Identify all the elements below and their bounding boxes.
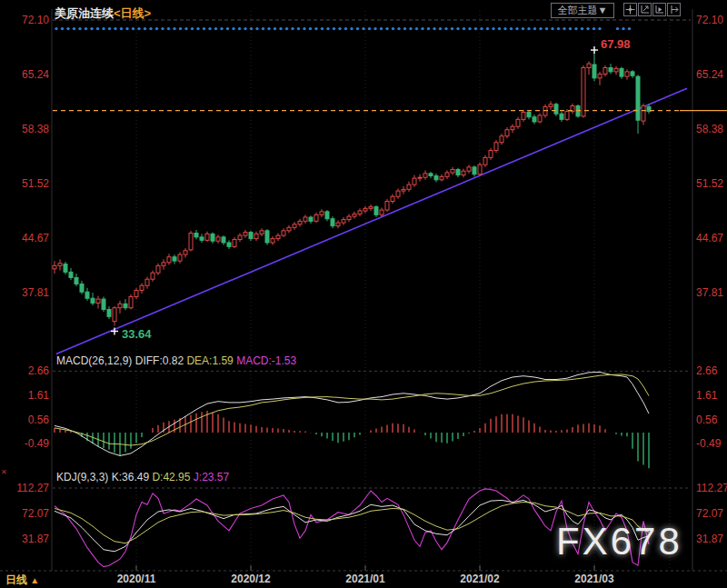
kdj-axis-label-right: 31.87 [696,533,723,545]
kdj-axis-label-right: 112.27 [696,482,727,494]
kdj-axis-label-left: 112.27 [5,482,49,494]
kdj-axis-label-right: 72.07 [696,507,723,520]
period-label: 日线 [5,573,27,586]
axes-play-button[interactable] [652,3,666,16]
macd-params: MACD(26,12,9) [56,354,132,367]
fx678-watermark: FX678 [556,520,682,563]
price-axis-label-right: 58.38 [696,123,723,135]
date-axis-label: 2021/03 [565,573,623,585]
kdj-d-readout: D:42.95 [152,471,190,483]
axis-shift-icon [669,5,679,15]
macd-axis-label-left: 0.56 [5,414,49,426]
theme-selector-button[interactable]: 全部主题▼ [551,3,614,18]
period-tag: <日线> [114,6,151,20]
price-axis-label-right: 37.81 [696,286,723,299]
macd-diff-readout: DIFF:0.82 [135,354,184,367]
price-axis-label-left: 44.67 [5,232,49,244]
date-axis-label: 2021/02 [451,573,509,585]
period-selector[interactable]: 日线 ▲ [5,573,39,588]
price-axis-label-left: 37.81 [5,286,49,299]
price-axis-label-left: 72.10 [5,14,49,26]
price-axis-label-left: 58.38 [5,123,49,135]
price-axis-label-right: 44.67 [696,232,723,244]
price-axis-label-right: 65.24 [696,68,723,81]
macd-axis-label-left: 1.61 [5,389,49,402]
instrument-name: 美原油连续 [55,6,114,20]
zoom-axes-button[interactable] [638,3,652,16]
price-axis-label-left: 51.52 [5,177,49,190]
date-axis-label: 2020/11 [107,573,165,585]
low-annotation: 33.64 [122,327,152,341]
pane-edge-marker: ✕ [1,468,7,476]
kdj-k-readout: K:36.49 [112,471,149,483]
macd-axis-label-right: 1.61 [696,389,717,402]
chart-title: 美原油连续<日线> [55,5,151,22]
macd-axis-label-left: -0.49 [5,437,49,450]
kdj-params: KDJ(9,3,3) [56,471,108,483]
date-axis-label: 2021/01 [336,573,394,585]
chart-canvas[interactable] [0,0,727,588]
kdj-axis-label-left: 72.07 [5,507,49,520]
macd-axis-label-right: 2.66 [696,364,717,377]
macd-axis-label-right: 0.56 [696,414,717,426]
kdj-header: KDJ(9,3,3) K:36.49 D:42.95 J:23.57 [56,471,229,483]
crosshair-tool-button[interactable] [623,3,637,16]
macd-header: MACD(26,12,9) DIFF:0.82 DEA:1.59 MACD:-1… [56,354,296,367]
period-up-arrow: ▲ [30,575,39,585]
axes-zoom-icon [640,5,650,15]
price-axis-label-right: 72.10 [696,14,723,26]
price-axis-label-right: 51.52 [696,177,723,190]
axes-play-icon [654,5,664,15]
macd-axis-label-left: 2.66 [5,364,49,377]
price-axis-label-left: 65.24 [5,68,49,81]
macd-hist-readout: MACD:-1.53 [236,354,296,367]
shift-axis-button[interactable] [667,3,681,16]
macd-axis-label-right: -0.49 [696,437,721,450]
date-axis-label: 2020/12 [222,573,280,585]
crosshair-icon [625,5,635,15]
kdj-j-readout: J:23.57 [194,471,229,483]
high-annotation: 67.98 [601,37,631,51]
trading-app-window: 美原油连续<日线> 全部主题▼ 67.98 33.64 [0,0,727,588]
macd-dea-readout: DEA:1.59 [186,354,233,367]
kdj-axis-label-left: 31.87 [5,533,49,545]
